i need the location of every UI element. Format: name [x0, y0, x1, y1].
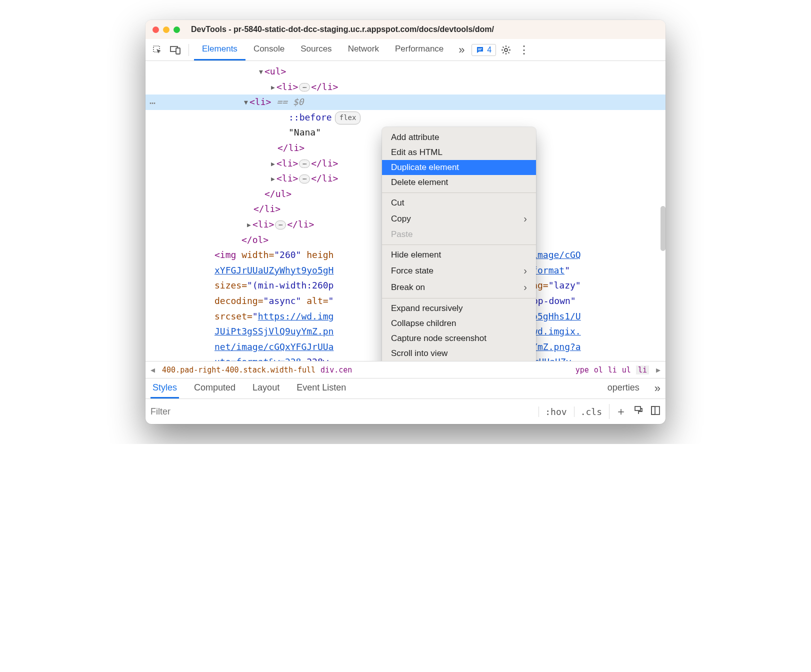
- context-menu-label: Paste: [391, 230, 412, 240]
- maximize-icon[interactable]: [174, 26, 180, 33]
- svg-rect-3: [478, 48, 482, 49]
- elements-panel: ▼<ul> ▶<li>⋯</li> ⋯▼<li> == $0 ::beforef…: [146, 61, 666, 361]
- breadcrumb-scroll-right[interactable]: ▶: [654, 366, 662, 374]
- subtab-eventlisteners[interactable]: Event Listen: [294, 378, 348, 398]
- context-menu-label: Capture node screenshot: [391, 334, 486, 344]
- tag-li-close[interactable]: </li>: [278, 142, 304, 153]
- context-menu-label: Add attribute: [391, 132, 439, 142]
- tag-ul-open[interactable]: <ul>: [264, 66, 286, 76]
- subtab-styles[interactable]: Styles: [150, 378, 179, 398]
- breadcrumb-item[interactable]: ul: [622, 366, 631, 374]
- pseudo-before[interactable]: ::before: [288, 112, 332, 122]
- svg-rect-4: [478, 50, 481, 50]
- more-subtabs-icon[interactable]: »: [654, 382, 660, 395]
- breadcrumb-item[interactable]: 400.pad-right-400.stack.width-full: [162, 366, 316, 374]
- context-menu-label: Scroll into view: [391, 348, 448, 358]
- context-menu-separator: [382, 192, 536, 193]
- context-menu-item[interactable]: Add attribute: [382, 130, 536, 145]
- cls-toggle[interactable]: .cls: [574, 406, 602, 417]
- issues-badge[interactable]: 4: [472, 44, 496, 56]
- context-menu-label: Expand recursively: [391, 304, 463, 314]
- context-menu-label: Duplicate element: [391, 162, 459, 172]
- context-menu-item[interactable]: Scroll into view: [382, 346, 536, 361]
- minimize-icon[interactable]: [163, 26, 170, 33]
- computed-panel-icon[interactable]: [650, 406, 660, 418]
- separator: [188, 44, 189, 56]
- context-menu-label: Break on: [391, 282, 425, 292]
- context-menu-item[interactable]: Hide element: [382, 248, 536, 262]
- context-menu-item[interactable]: Duplicate element: [382, 160, 536, 175]
- styles-tabs: Styles Computed Layout Event Listen oper…: [146, 378, 666, 399]
- breadcrumb-item[interactable]: li: [608, 366, 617, 374]
- tag-li[interactable]: <li>: [276, 82, 298, 92]
- traffic-lights: [152, 26, 180, 33]
- context-menu-label: Collapse children: [391, 318, 456, 328]
- window-title: DevTools - pr-5840-static-dot-dcc-stagin…: [191, 25, 494, 34]
- context-menu-item: Paste: [382, 227, 536, 242]
- selection-gutter-icon: ⋯: [150, 94, 156, 112]
- tab-elements[interactable]: Elements: [194, 39, 246, 60]
- context-menu-item[interactable]: Break on›: [382, 279, 536, 296]
- close-icon[interactable]: [152, 26, 159, 33]
- context-menu-label: Hide element: [391, 250, 441, 260]
- new-style-rule-icon[interactable]: ＋: [609, 404, 626, 419]
- paint-icon[interactable]: [634, 406, 644, 418]
- flex-badge[interactable]: flex: [335, 112, 361, 124]
- text-node[interactable]: "Nana": [288, 127, 321, 138]
- context-menu-item[interactable]: Expand recursively: [382, 301, 536, 316]
- issues-count: 4: [487, 46, 492, 54]
- context-menu-item[interactable]: Delete element: [382, 175, 536, 190]
- ellipsis-badge[interactable]: ⋯: [299, 83, 310, 92]
- chevron-right-icon: ›: [524, 282, 527, 293]
- svg-rect-2: [176, 48, 180, 54]
- gear-icon[interactable]: [498, 42, 514, 58]
- device-toggle-icon[interactable]: [168, 42, 184, 58]
- tab-sources[interactable]: Sources: [292, 39, 340, 60]
- breadcrumb-item[interactable]: div.cen: [320, 366, 352, 374]
- inspect-icon[interactable]: [150, 42, 166, 58]
- more-tabs-icon[interactable]: »: [454, 42, 470, 58]
- hov-toggle[interactable]: :hov: [538, 406, 566, 417]
- breadcrumb-item[interactable]: ol: [594, 366, 603, 374]
- subtab-properties[interactable]: operties: [606, 378, 642, 398]
- context-menu-separator: [382, 244, 536, 245]
- context-menu-label: Force state: [391, 266, 434, 276]
- chevron-right-icon: ›: [524, 265, 527, 276]
- chevron-right-icon: ›: [524, 213, 527, 224]
- dom-breadcrumb: ◀ 400.pad-right-400.stack.width-full div…: [146, 361, 666, 378]
- window-titlebar: DevTools - pr-5840-static-dot-dcc-stagin…: [146, 20, 666, 39]
- context-menu: Add attributeEdit as HTMLDuplicate eleme…: [382, 127, 536, 361]
- subtab-computed[interactable]: Computed: [192, 378, 238, 398]
- context-menu-item[interactable]: Collapse children: [382, 316, 536, 331]
- context-menu-separator: [382, 298, 536, 298]
- filter-input[interactable]: [150, 406, 538, 417]
- context-menu-label: Copy: [391, 214, 411, 224]
- breadcrumb-item-selected[interactable]: li: [636, 366, 649, 374]
- svg-rect-7: [652, 406, 660, 414]
- tab-network[interactable]: Network: [340, 39, 387, 60]
- svg-rect-6: [635, 406, 640, 410]
- breadcrumb-scroll-left[interactable]: ◀: [148, 366, 157, 374]
- context-menu-label: Edit as HTML: [391, 148, 442, 158]
- tag-ol-close[interactable]: </ol>: [242, 234, 268, 245]
- chat-icon: [476, 46, 484, 54]
- context-menu-item[interactable]: Edit as HTML: [382, 145, 536, 160]
- tab-console[interactable]: Console: [246, 39, 292, 60]
- context-menu-label: Cut: [391, 198, 404, 208]
- context-menu-item[interactable]: Force state›: [382, 262, 536, 279]
- selected-dom-node[interactable]: ⋯▼<li> == $0: [146, 94, 666, 110]
- svg-point-5: [504, 48, 508, 52]
- breadcrumb-item[interactable]: ype: [576, 366, 589, 374]
- styles-filter-bar: :hov .cls ＋: [146, 399, 666, 424]
- subtab-layout[interactable]: Layout: [250, 378, 282, 398]
- panel-tabs: Elements Console Sources Network Perform…: [194, 39, 452, 60]
- context-menu-label: Delete element: [391, 178, 448, 188]
- context-menu-item[interactable]: Cut: [382, 196, 536, 210]
- context-menu-item[interactable]: Capture node screenshot: [382, 331, 536, 346]
- svg-rect-8: [652, 406, 655, 414]
- context-menu-item[interactable]: Copy›: [382, 210, 536, 227]
- kebab-menu-icon[interactable]: ⋮: [516, 42, 532, 58]
- tab-performance[interactable]: Performance: [387, 39, 452, 60]
- main-toolbar: Elements Console Sources Network Perform…: [146, 39, 666, 61]
- tag-ul-close[interactable]: </ul>: [264, 188, 292, 199]
